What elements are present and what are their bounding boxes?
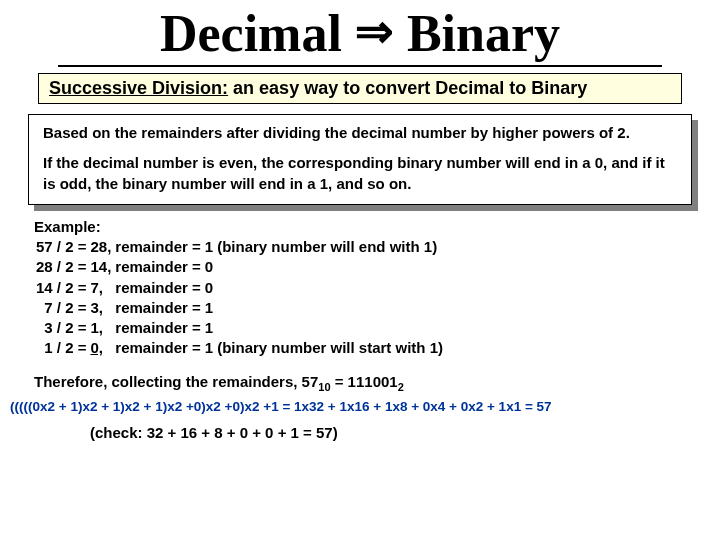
therefore-sub2: 2 xyxy=(398,381,404,393)
quotient: 7, xyxy=(88,278,113,298)
division-lhs: 1 / 2 = xyxy=(34,338,88,358)
check-line: (check: 32 + 16 + 8 + 0 + 0 + 1 = 57) xyxy=(90,424,686,441)
division-lhs: 28 / 2 = xyxy=(34,257,88,277)
remainder-note xyxy=(215,257,445,277)
quotient: 0, xyxy=(88,338,113,358)
remainder-label: remainder xyxy=(113,257,190,277)
division-lhs: 7 / 2 = xyxy=(34,298,88,318)
remainder-label: remainder xyxy=(113,318,190,338)
table-row: 14 / 2 =7, remainder= 0 xyxy=(34,278,445,298)
division-lhs: 3 / 2 = xyxy=(34,318,88,338)
quotient: 28, xyxy=(88,237,113,257)
info-box: Based on the remainders after dividing t… xyxy=(28,114,692,205)
remainder-value: = 1 xyxy=(190,237,215,257)
remainder-value: = 1 xyxy=(190,298,215,318)
quotient: 3, xyxy=(88,298,113,318)
therefore-sub1: 10 xyxy=(318,381,330,393)
remainder-value: = 0 xyxy=(190,278,215,298)
subtitle-rest: an easy way to convert Decimal to Binary xyxy=(228,78,587,98)
example-heading: Example: xyxy=(34,217,686,237)
quotient: 1, xyxy=(88,318,113,338)
info-p1: Based on the remainders after dividing t… xyxy=(43,123,677,143)
remainder-label: remainder xyxy=(113,278,190,298)
remainder-label: remainder xyxy=(113,237,190,257)
page-title: Decimal ⇒ Binary xyxy=(0,4,720,63)
quotient: 14, xyxy=(88,257,113,277)
table-row: 7 / 2 =3, remainder= 1 xyxy=(34,298,445,318)
formula-line: (((((0x2 + 1)x2 + 1)x2 + 1)x2 +0)x2 +0)x… xyxy=(10,399,710,414)
remainder-label: remainder xyxy=(113,338,190,358)
remainder-note xyxy=(215,318,445,338)
example-block: Example: 57 / 2 =28, remainder= 1(binary… xyxy=(34,217,686,359)
remainder-label: remainder xyxy=(113,298,190,318)
table-row: 1 / 2 =0, remainder= 1(binary number wil… xyxy=(34,338,445,358)
title-left: Decimal xyxy=(160,5,342,62)
therefore-line: Therefore, collecting the remainders, 57… xyxy=(34,373,686,393)
title-right: Binary xyxy=(407,5,560,62)
therefore-mid: = 111001 xyxy=(331,373,398,390)
therefore-pre: Therefore, collecting the remainders, 57 xyxy=(34,373,318,390)
remainder-value: = 1 xyxy=(190,338,215,358)
remainder-note: (binary number will end with 1) xyxy=(215,237,445,257)
table-row: 57 / 2 =28, remainder= 1(binary number w… xyxy=(34,237,445,257)
table-row: 3 / 2 =1, remainder= 1 xyxy=(34,318,445,338)
table-row: 28 / 2 =14, remainder= 0 xyxy=(34,257,445,277)
info-p2: If the decimal number is even, the corre… xyxy=(43,153,677,194)
title-underline xyxy=(58,65,662,67)
remainder-note: (binary number will start with 1) xyxy=(215,338,445,358)
remainder-note xyxy=(215,298,445,318)
remainder-value: = 0 xyxy=(190,257,215,277)
arrow-icon: ⇒ xyxy=(355,5,394,57)
subtitle-box: Successive Division: an easy way to conv… xyxy=(38,73,682,104)
division-lhs: 57 / 2 = xyxy=(34,237,88,257)
division-lhs: 14 / 2 = xyxy=(34,278,88,298)
remainder-value: = 1 xyxy=(190,318,215,338)
remainder-note xyxy=(215,278,445,298)
subtitle-label: Successive Division: xyxy=(49,78,228,98)
example-table: 57 / 2 =28, remainder= 1(binary number w… xyxy=(34,237,445,359)
info-box-content: Based on the remainders after dividing t… xyxy=(28,114,692,205)
